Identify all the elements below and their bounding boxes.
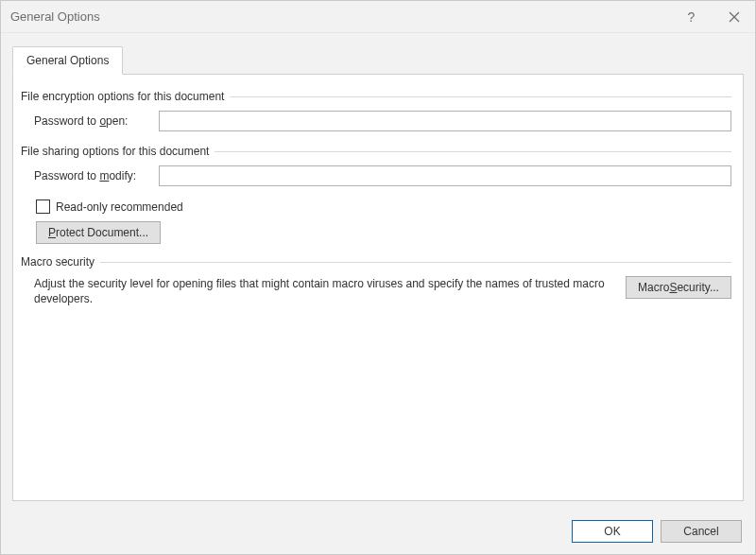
group-file-encryption-label: File encryption options for this documen… — [21, 90, 224, 103]
group-macro-security: Macro security — [21, 255, 731, 269]
macro-btn-mnemonic: S — [669, 281, 677, 294]
readonly-row: Read-only recommended — [21, 199, 731, 214]
help-button[interactable]: ? — [670, 1, 713, 32]
cancel-button[interactable]: Cancel — [661, 520, 742, 543]
password-to-open-label: Password to open: — [34, 114, 159, 128]
group-macro-security-label: Macro security — [21, 255, 94, 269]
window-title: General Options — [10, 9, 100, 24]
titlebar: General Options ? — [1, 1, 755, 33]
tabpanel: File encryption options for this documen… — [12, 75, 744, 501]
tab-general-options[interactable]: General Options — [12, 46, 123, 75]
ok-button[interactable]: OK — [572, 520, 653, 543]
macro-btn-pre: Macro — [638, 281, 669, 294]
help-icon: ? — [688, 9, 696, 25]
tab-general-options-label: General Options — [26, 54, 109, 67]
group-rule — [100, 262, 731, 263]
group-file-sharing-label: File sharing options for this document — [21, 145, 209, 158]
pw-open-post: pen: — [106, 114, 128, 128]
cancel-button-label: Cancel — [683, 525, 718, 538]
pw-mod-mnemonic: m — [99, 169, 109, 182]
close-button[interactable] — [713, 1, 755, 32]
protect-post: rotect Document... — [56, 226, 148, 239]
pw-mod-post: odify: — [109, 169, 136, 182]
protect-document-button[interactable]: Protect Document... — [36, 221, 161, 244]
macro-btn-post: ecurity... — [677, 281, 718, 294]
close-icon — [729, 11, 740, 23]
general-options-dialog: General Options ? General Options File e… — [0, 0, 756, 555]
password-to-open-input[interactable] — [159, 111, 731, 131]
title-controls: ? — [670, 1, 755, 32]
protect-mnemonic: P — [48, 226, 56, 239]
password-to-modify-row: Password to modify: — [21, 165, 731, 186]
password-to-open-row: Password to open: — [21, 111, 731, 131]
ok-button-label: OK — [604, 525, 620, 538]
group-file-encryption: File encryption options for this documen… — [21, 90, 731, 103]
macro-security-row: Adjust the security level for opening fi… — [21, 276, 731, 306]
protect-document-row: Protect Document... — [21, 221, 731, 244]
pw-open-pre: Password to — [34, 114, 99, 128]
readonly-checkbox[interactable] — [36, 199, 50, 214]
macro-security-button[interactable]: Macro Security... — [626, 276, 731, 299]
password-to-modify-label: Password to modify: — [34, 169, 159, 182]
password-to-modify-input[interactable] — [159, 165, 731, 186]
pw-mod-pre: Password to — [34, 169, 99, 182]
group-rule — [215, 151, 731, 152]
macro-security-description: Adjust the security level for opening fi… — [34, 276, 610, 306]
readonly-label: Read-only recommended — [56, 200, 183, 214]
group-file-sharing: File sharing options for this document — [21, 145, 731, 158]
group-rule — [230, 96, 731, 97]
tabstrip: General Options — [12, 46, 744, 75]
dialog-footer: OK Cancel — [1, 512, 755, 554]
